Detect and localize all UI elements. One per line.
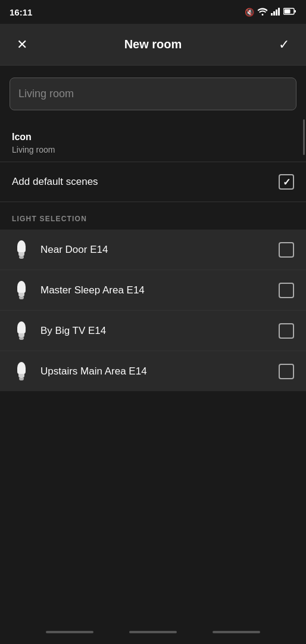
light-checkbox[interactable] (279, 242, 294, 258)
scenes-label: Add default scenes (12, 176, 98, 188)
bulb-icon (12, 240, 31, 259)
svg-rect-0 (271, 13, 273, 16)
light-item[interactable]: Near Door E14 (0, 230, 306, 270)
light-item[interactable]: Upstairs Main Area E14 (0, 351, 306, 391)
page-title: New room (124, 38, 182, 51)
bulb-icon (12, 321, 31, 340)
light-item[interactable]: By Big TV E14 (0, 311, 306, 351)
light-name: Master Sleep Area E14 (40, 284, 279, 296)
room-name-section (0, 66, 306, 122)
bulb-icon (12, 281, 31, 299)
svg-rect-6 (285, 9, 291, 13)
section-title: LIGHT SELECTION (12, 215, 87, 223)
scenes-row[interactable]: Add default scenes ✓ (0, 162, 306, 202)
svg-rect-5 (295, 10, 296, 13)
toolbar: ✕ New room ✓ (0, 24, 306, 66)
silent-icon: 🔇 (245, 8, 254, 17)
light-checkbox[interactable] (279, 364, 294, 379)
status-icons: 🔇 (245, 7, 296, 17)
icon-label: Icon (12, 132, 294, 143)
wifi-icon (257, 7, 268, 17)
status-time: 16:11 (10, 7, 32, 17)
light-name: Upstairs Main Area E14 (40, 366, 279, 377)
light-selection-header: LIGHT SELECTION (0, 202, 306, 230)
room-name-input[interactable] (10, 78, 296, 110)
bulb-shape (17, 321, 26, 340)
battery-icon (283, 8, 296, 17)
close-button[interactable]: ✕ (12, 35, 32, 55)
svg-rect-2 (276, 10, 277, 16)
bulb-shape (17, 362, 26, 380)
bulb-shape (17, 240, 26, 259)
bottom-pill (129, 631, 177, 633)
bottom-bar (0, 620, 306, 644)
light-checkbox[interactable] (279, 323, 294, 339)
bottom-pill (213, 631, 260, 633)
signal-icon (271, 7, 280, 17)
svg-rect-3 (278, 8, 280, 16)
bottom-pill (46, 631, 93, 633)
confirm-button[interactable]: ✓ (274, 35, 294, 55)
light-list: Near Door E14 Master Sleep Area E14 By B… (0, 230, 306, 391)
scrollbar (303, 119, 305, 155)
svg-rect-1 (273, 11, 275, 16)
scenes-checkbox[interactable]: ✓ (279, 174, 294, 190)
icon-section: Icon Living room (0, 122, 306, 162)
status-bar: 16:11 🔇 (0, 0, 306, 24)
bulb-shape (17, 281, 26, 299)
light-name: Near Door E14 (40, 244, 279, 256)
checkmark-icon: ✓ (283, 177, 291, 188)
icon-sublabel: Living room (12, 145, 294, 154)
bulb-icon (12, 362, 31, 380)
light-item[interactable]: Master Sleep Area E14 (0, 270, 306, 311)
light-checkbox[interactable] (279, 283, 294, 298)
light-name: By Big TV E14 (40, 325, 279, 337)
